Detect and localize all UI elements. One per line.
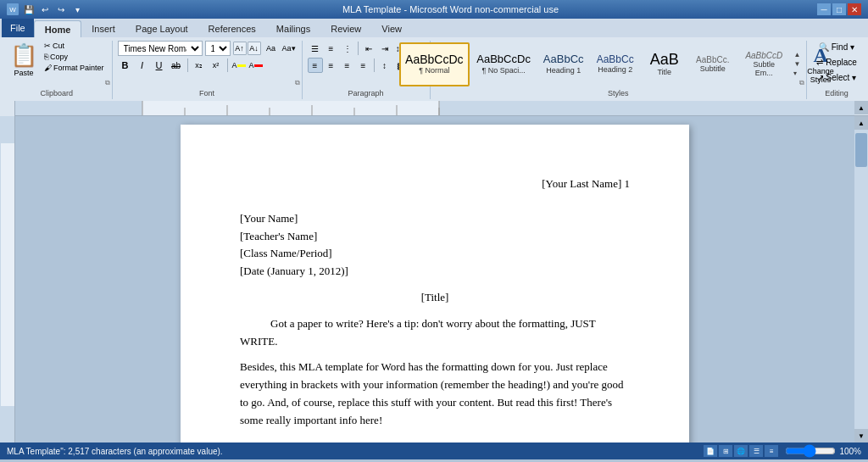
undo-qa-button[interactable]: ↩ <box>38 3 52 16</box>
cut-button[interactable]: ✂ Cut <box>42 41 107 51</box>
qa-dropdown[interactable]: ▾ <box>70 3 84 16</box>
editing-label: Editing <box>807 89 866 97</box>
find-button[interactable]: 🔍 Find ▾ <box>815 41 858 53</box>
zoom-range-input[interactable] <box>785 447 836 455</box>
select-dropdown[interactable]: ▾ <box>852 73 856 82</box>
close-button[interactable]: ✕ <box>848 3 861 15</box>
doc-paragraph-1[interactable]: Got a paper to write? Here's a tip: don'… <box>240 315 630 351</box>
style-subtitle[interactable]: AaBbCc. Subtitle <box>689 42 736 86</box>
find-dropdown[interactable]: ▾ <box>850 42 854 52</box>
italic-button[interactable]: I <box>135 58 150 73</box>
bullets-button[interactable]: ☰ <box>308 41 323 56</box>
font-expand[interactable]: ⧉ <box>295 79 300 87</box>
redo-qa-button[interactable]: ↪ <box>54 3 68 16</box>
clear-format-button[interactable]: Aa <box>264 41 279 56</box>
vertical-ruler <box>0 116 15 443</box>
doc-paragraph-2[interactable]: Besides, this MLA template for Word has … <box>240 359 630 429</box>
decrease-font-button[interactable]: A↓ <box>248 42 261 55</box>
paste-label: Paste <box>14 69 33 77</box>
decrease-indent-button[interactable]: ⇤ <box>361 41 376 56</box>
full-screen-button[interactable]: ⊞ <box>719 445 732 457</box>
paste-icon: 📋 <box>10 42 37 69</box>
replace-button[interactable]: ⇌ Replace <box>813 56 860 69</box>
superscript-button[interactable]: x² <box>209 58 224 73</box>
paste-button[interactable]: 📋 Paste <box>7 41 41 87</box>
minimize-button[interactable]: ─ <box>817 3 831 15</box>
doc-your-name[interactable]: [Your Name] <box>240 210 630 228</box>
font-color-button[interactable]: A <box>248 58 264 73</box>
title-bar-left: W 💾 ↩ ↪ ▾ <box>7 3 84 16</box>
font-size-select[interactable]: 12 <box>205 41 231 56</box>
styles-scroll-down[interactable]: ▼ <box>793 60 800 68</box>
select-button[interactable]: ↗ Select ▾ <box>814 71 860 84</box>
title-bar: W 💾 ↩ ↪ ▾ MLA Template - Microsoft Word … <box>0 0 868 19</box>
doc-header: [Your Last Name] 1 <box>240 175 630 193</box>
scroll-thumb[interactable] <box>855 133 867 167</box>
style-title[interactable]: AaB Title <box>641 42 687 86</box>
style-heading1[interactable]: AaBbCc Heading 1 <box>537 42 589 86</box>
scroll-track[interactable] <box>854 130 868 429</box>
maximize-button[interactable]: □ <box>832 3 846 15</box>
font-label: Font <box>113 89 302 97</box>
scroll-up-button[interactable]: ▲ <box>854 116 868 130</box>
increase-indent-button[interactable]: ⇥ <box>377 41 392 56</box>
justify-button[interactable]: ≡ <box>356 58 371 73</box>
status-bar: MLA Template": 2,517 characters (an appr… <box>0 443 868 459</box>
strikethrough-button[interactable]: ab <box>169 58 184 73</box>
style-normal[interactable]: AaBbCcDc ¶ Normal <box>399 42 470 86</box>
style-normal-label: ¶ Normal <box>419 66 449 75</box>
print-view-button[interactable]: 📄 <box>704 445 717 457</box>
doc-title[interactable]: [Title] <box>240 289 630 307</box>
styles-expand[interactable]: ⧉ <box>799 79 804 87</box>
save-qa-button[interactable]: 💾 <box>22 3 36 16</box>
scroll-down-button[interactable]: ▼ <box>854 429 868 443</box>
style-subtitle-preview: AaBbCc. <box>696 55 729 64</box>
numbering-button[interactable]: ≡ <box>324 41 339 56</box>
find-icon: 🔍 <box>819 42 829 52</box>
underline-button[interactable]: U <box>152 58 167 73</box>
increase-font-button[interactable]: A↑ <box>233 42 247 55</box>
format-painter-label: Format Painter <box>53 64 104 72</box>
align-right-button[interactable]: ≡ <box>340 58 355 73</box>
copy-button[interactable]: ⎘ Copy <box>42 52 107 62</box>
svg-rect-1 <box>142 101 439 115</box>
subscript-button[interactable]: x₂ <box>192 58 207 73</box>
draft-view-button[interactable]: ≡ <box>765 445 778 457</box>
ruler-area: ▲ <box>0 101 868 116</box>
font-family-select[interactable]: Times New Roman <box>118 41 203 56</box>
tab-review[interactable]: Review <box>320 20 371 37</box>
align-center-button[interactable]: ≡ <box>324 58 339 73</box>
tab-file[interactable]: File <box>2 19 34 37</box>
doc-date[interactable]: [Date (January 1, 2012)] <box>240 263 630 281</box>
tab-page-layout[interactable]: Page Layout <box>125 20 198 37</box>
doc-teacher-name[interactable]: [Teacher's Name] <box>240 228 630 246</box>
style-subtle-em[interactable]: AaBbCcD Subtle Em... <box>737 42 790 86</box>
format-painter-button[interactable]: 🖌 Format Painter <box>42 63 107 73</box>
tab-mailings[interactable]: Mailings <box>266 20 320 37</box>
doc-class-name[interactable]: [Class Name/Period] <box>240 245 630 263</box>
styles-more[interactable]: ▾ <box>793 70 800 77</box>
tab-home[interactable]: Home <box>34 20 82 37</box>
style-normal-preview: AaBbCcDc <box>405 53 463 66</box>
tab-references[interactable]: References <box>198 20 266 37</box>
bold-button[interactable]: B <box>118 58 133 73</box>
style-heading1-preview: AaBbCc <box>543 53 584 65</box>
clipboard-expand[interactable]: ⧉ <box>105 79 110 87</box>
style-heading2[interactable]: AaBbCc Heading 2 <box>591 42 639 86</box>
line-spacing-button[interactable]: ↕ <box>377 58 392 73</box>
align-left-button[interactable]: ≡ <box>308 58 323 73</box>
zoom-slider[interactable]: 100% <box>785 447 861 456</box>
editing-group: 🔍 Find ▾ ⇌ Replace ↗ Select ▾ Editing <box>807 41 866 99</box>
styles-scroll-up[interactable]: ▲ <box>793 51 800 58</box>
outline-view-button[interactable]: ☰ <box>749 445 763 457</box>
doc-container: [Your Last Name] 1 [Your Name] [Teacher'… <box>15 116 854 443</box>
text-highlight-button[interactable]: A <box>231 58 247 73</box>
multilevel-button[interactable]: ⋮ <box>340 41 355 56</box>
tab-insert[interactable]: Insert <box>81 20 125 37</box>
change-case-button[interactable]: Aa▾ <box>281 41 297 56</box>
web-view-button[interactable]: 🌐 <box>734 445 748 457</box>
tab-view[interactable]: View <box>371 20 412 37</box>
cut-label: Cut <box>53 42 64 50</box>
style-no-spacing[interactable]: AaBbCcDc ¶ No Spaci... <box>471 42 536 86</box>
doc-paragraph-3[interactable]: Do yourself a favor and save this templa… <box>240 438 630 443</box>
